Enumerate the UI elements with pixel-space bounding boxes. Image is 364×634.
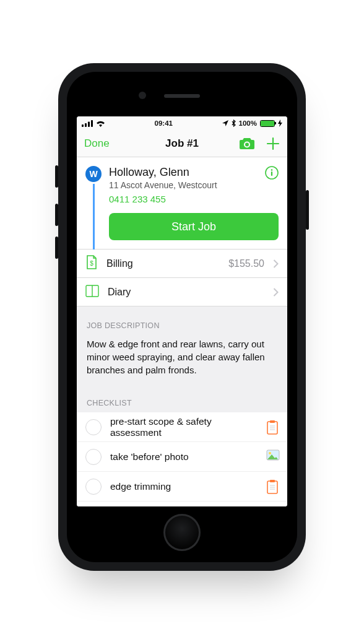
svg-rect-1: [85, 123, 87, 127]
chevron-right-icon: [273, 259, 279, 268]
device-bezel: 09:41 100% Done Jo: [67, 72, 297, 562]
photo-icon[interactable]: [266, 449, 279, 464]
billing-label: Billing: [106, 258, 220, 269]
cellular-signal-icon: [82, 120, 93, 127]
checkbox[interactable]: [85, 479, 102, 495]
job-description-header: JOB DESCRIPTION: [77, 306, 287, 335]
device-speaker: [164, 94, 200, 98]
charging-icon: [278, 119, 282, 127]
customer-name: Holloway, Glenn: [109, 166, 279, 179]
job-description-text: Mow & edge front and rear lawns, carry o…: [77, 335, 287, 384]
checklist-header: CHECKLIST: [77, 384, 287, 412]
checklist-item-label: edge trimming: [110, 481, 258, 492]
status-bar: 09:41 100%: [77, 116, 287, 130]
customer-card: W Holloway, Glenn 11 Ascot Avenue, Westc…: [77, 157, 287, 250]
status-time: 09:41: [155, 119, 173, 127]
billing-value: $155.50: [228, 258, 264, 269]
svg-rect-3: [91, 120, 93, 127]
bluetooth-icon: [232, 119, 236, 127]
billing-icon: $: [85, 255, 98, 272]
svg-rect-6: [271, 172, 272, 176]
diary-label: Diary: [108, 287, 264, 298]
clipboard-icon[interactable]: [266, 479, 279, 494]
location-arrow-icon: [222, 120, 228, 126]
billing-row[interactable]: $ Billing $155.50: [77, 250, 287, 278]
svg-rect-2: [88, 121, 90, 127]
checklist-item[interactable]: mow lawns front & rear: [77, 502, 287, 506]
clipboard-icon[interactable]: [266, 420, 279, 435]
svg-rect-11: [270, 420, 275, 423]
customer-phone[interactable]: 0411 233 455: [109, 194, 279, 204]
home-button[interactable]: [163, 514, 201, 551]
wifi-icon: [96, 120, 105, 127]
add-button[interactable]: [266, 137, 280, 150]
content-scroll[interactable]: W Holloway, Glenn 11 Ascot Avenue, Westc…: [77, 157, 287, 506]
checklist-item[interactable]: edge trimming: [77, 472, 287, 502]
diary-icon: [85, 285, 99, 299]
device-camera: [139, 92, 146, 99]
done-button[interactable]: Done: [84, 137, 110, 150]
checkbox[interactable]: [85, 449, 102, 465]
camera-icon[interactable]: [239, 137, 255, 150]
svg-point-16: [269, 452, 271, 454]
checklist-item-label: pre-start scope & safety assessment: [110, 416, 258, 438]
checklist-item[interactable]: pre-start scope & safety assessment: [77, 412, 287, 442]
diary-row[interactable]: Diary: [77, 278, 287, 306]
timeline-line: [93, 182, 95, 250]
nav-bar: Done Job #1: [77, 130, 287, 157]
svg-point-5: [271, 169, 273, 171]
checklist-item-label: take 'before' photo: [110, 451, 258, 462]
svg-rect-18: [270, 480, 275, 482]
checkbox[interactable]: [85, 419, 102, 435]
checklist-item[interactable]: take 'before' photo: [77, 442, 287, 472]
battery-icon: [260, 120, 275, 127]
svg-rect-0: [82, 124, 84, 127]
chevron-right-icon: [273, 288, 279, 297]
customer-initial-badge: W: [85, 166, 102, 182]
info-icon[interactable]: [265, 166, 279, 181]
app-screen: 09:41 100% Done Jo: [77, 116, 287, 506]
battery-pct: 100%: [239, 119, 257, 127]
customer-address: 11 Ascot Avenue, Westcourt: [109, 180, 279, 190]
device-frame: 09:41 100% Done Jo: [58, 63, 306, 571]
svg-text:$: $: [90, 260, 93, 267]
start-job-button[interactable]: Start Job: [109, 213, 279, 240]
